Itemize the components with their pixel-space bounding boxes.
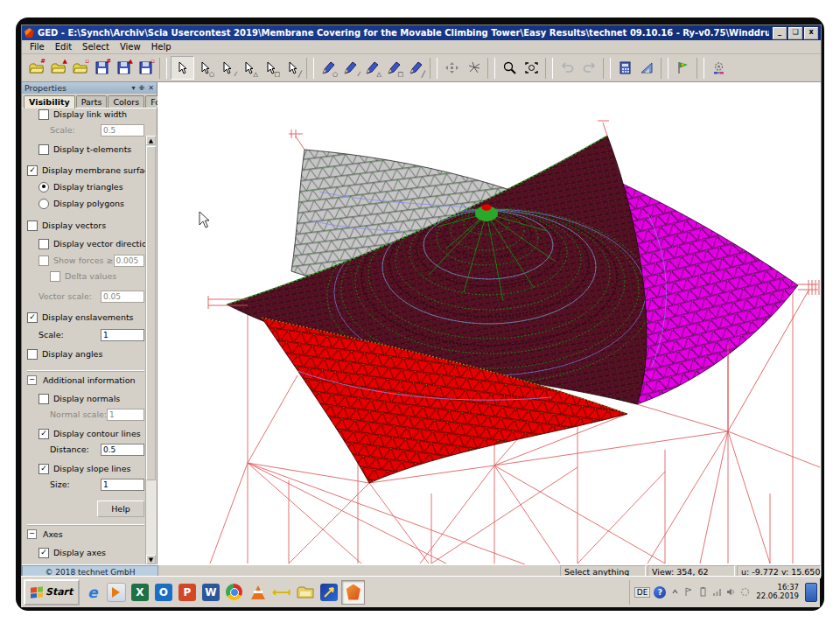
open-file-square-icon[interactable]: ▫: [69, 57, 91, 79]
row-delta-values: Delta values: [27, 270, 144, 283]
checkbox-display-angles[interactable]: [27, 349, 38, 360]
tray-help-icon[interactable]: ?: [654, 586, 666, 598]
taskbar-icon-word[interactable]: W: [200, 581, 221, 604]
checkbox-display-contour-lines[interactable]: ✓: [38, 429, 49, 439]
checkbox-display-membrane-surface[interactable]: ✓: [27, 165, 38, 176]
help-button[interactable]: Help: [97, 500, 144, 517]
input-scale[interactable]: 0.5: [101, 124, 144, 136]
collapse-icon[interactable]: −: [27, 529, 37, 539]
redo-icon[interactable]: [578, 57, 600, 79]
panel-pin-icon[interactable]: ✙: [139, 84, 145, 92]
tab-visibility[interactable]: Visibility: [24, 95, 75, 108]
input-vector-scale[interactable]: 0.05: [101, 290, 144, 303]
select-icon[interactable]: [171, 56, 194, 80]
open-file-hash-icon[interactable]: #: [25, 57, 47, 79]
taskbar-icon-excel[interactable]: X: [129, 581, 150, 604]
checkbox-delta-values[interactable]: [50, 271, 60, 282]
mouse-cursor: [200, 212, 209, 228]
radio-display-polygons[interactable]: [38, 199, 49, 209]
zoom-icon[interactable]: [499, 57, 521, 79]
tab-colors[interactable]: Colors: [108, 95, 144, 108]
taskbar-icon-vlc[interactable]: [247, 581, 269, 604]
title-bar[interactable]: GED - E:\Synch\Archiv\Scia Usercontest 2…: [22, 25, 821, 40]
checkbox-display-slope-lines[interactable]: ✓: [38, 464, 49, 474]
color-settings-icon[interactable]: [708, 57, 730, 79]
desktop-frame: GED - E:\Synch\Archiv\Scia Usercontest 2…: [16, 18, 824, 611]
taskbar-icon-chrome[interactable]: [223, 581, 245, 604]
save-file-square-icon[interactable]: ▫: [135, 57, 157, 79]
select-triangle-icon[interactable]: △: [238, 57, 260, 79]
tab-parts[interactable]: Parts: [76, 95, 108, 108]
checkbox-display-t-elements[interactable]: [38, 144, 49, 155]
scroll-down-icon[interactable]: ▼: [146, 555, 156, 564]
toolbar-separator: [603, 58, 611, 79]
draw-point-icon[interactable]: ○: [318, 57, 340, 79]
save-file-triangle-icon[interactable]: ▲: [113, 57, 135, 79]
select-line-icon[interactable]: ⁄: [216, 57, 238, 79]
scroll-thumb[interactable]: [146, 146, 156, 480]
checkbox-display-vectors[interactable]: [27, 220, 38, 231]
draw-line-icon[interactable]: ⁄: [340, 57, 361, 79]
start-button[interactable]: Start: [24, 579, 80, 606]
menu-view[interactable]: View: [116, 41, 145, 52]
checkbox-display-normals[interactable]: [38, 394, 49, 404]
menu-select[interactable]: Select: [78, 41, 114, 52]
taskbar-icon-file-manager[interactable]: [294, 581, 316, 604]
select-square-icon[interactable]: □: [260, 57, 282, 79]
tray-network-icon[interactable]: [711, 587, 722, 598]
taskbar-icon-ged[interactable]: [341, 580, 365, 605]
flag-icon[interactable]: [672, 57, 694, 79]
close-button[interactable]: x: [804, 27, 818, 39]
undo-icon[interactable]: [556, 57, 578, 79]
input-distance[interactable]: 0.5: [101, 444, 144, 456]
menu-file[interactable]: File: [25, 41, 49, 52]
input-size[interactable]: 1: [101, 479, 144, 491]
panel-menu-icon[interactable]: ▾: [132, 84, 136, 92]
radio-display-triangles[interactable]: [38, 182, 49, 192]
measure-icon[interactable]: [636, 57, 658, 79]
taskbar-icon-powerpoint[interactable]: P: [176, 581, 198, 604]
checkbox-display-link-width[interactable]: [38, 109, 49, 120]
clock[interactable]: 16:37 22.06.2019: [753, 584, 802, 601]
input-show-forces[interactable]: 0.005: [114, 255, 144, 267]
hidden-icons-chevron-icon[interactable]: [669, 587, 680, 598]
select-point-icon[interactable]: ○: [194, 57, 216, 79]
model-viewport[interactable]: [158, 82, 821, 564]
menu-help[interactable]: Help: [147, 41, 176, 52]
taskbar-icon-media-player[interactable]: [105, 581, 127, 604]
minimize-button[interactable]: _: [773, 27, 787, 39]
save-file-hash-icon[interactable]: #: [91, 57, 113, 79]
select-edge-icon[interactable]: ╱: [282, 57, 304, 79]
checkbox-display-vector-direction[interactable]: [38, 239, 49, 249]
tray-battery-icon[interactable]: [697, 587, 708, 598]
language-indicator[interactable]: DE: [634, 587, 651, 598]
input-normal-scale[interactable]: 1: [107, 409, 144, 421]
zoom-extents-icon[interactable]: [521, 57, 542, 79]
tray-flag-icon[interactable]: [683, 587, 694, 598]
collapse-icon[interactable]: −: [27, 375, 37, 385]
taskbar-icon-outlook[interactable]: O: [152, 581, 174, 604]
scroll-up-icon[interactable]: ▲: [146, 136, 156, 145]
draw-square-icon[interactable]: □: [383, 57, 405, 79]
checkbox-display-axes[interactable]: ✓: [38, 548, 49, 558]
tray-volume-icon[interactable]: [725, 587, 736, 598]
checkbox-display-enslavements[interactable]: ✓: [27, 312, 38, 323]
menu-edit[interactable]: Edit: [51, 41, 76, 52]
taskbar-icon-viewer[interactable]: [318, 581, 340, 604]
calculator-icon[interactable]: [614, 57, 636, 79]
panel-close-icon[interactable]: ✕: [148, 84, 154, 92]
explode-icon[interactable]: [463, 57, 485, 79]
draw-triangle-icon[interactable]: △: [361, 57, 383, 79]
draw-edge-icon[interactable]: ╱: [405, 57, 427, 79]
checkbox-show-forces[interactable]: [38, 256, 49, 266]
input-scale[interactable]: 1: [101, 329, 144, 341]
taskbar-icon-internet-explorer[interactable]: e: [81, 581, 103, 604]
move-icon[interactable]: [441, 57, 463, 79]
open-file-triangle-icon[interactable]: ▲: [47, 57, 69, 79]
restore-button[interactable]: ❏: [788, 27, 802, 39]
row-display-angles: Display angles: [27, 347, 144, 360]
taskbar-icon-cad-arrows[interactable]: ⟻: [270, 581, 292, 604]
show-desktop-button[interactable]: [805, 583, 817, 602]
panel-scrollbar[interactable]: ▲ ▼: [145, 136, 157, 564]
tray-safely-remove-icon[interactable]: [739, 587, 750, 598]
